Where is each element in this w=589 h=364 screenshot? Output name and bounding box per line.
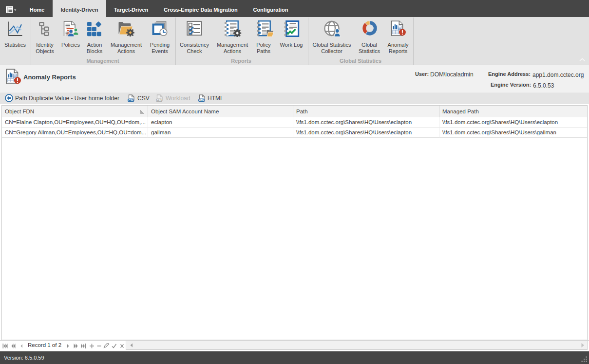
svg-text:CSV: CSV xyxy=(157,99,162,102)
svg-text:CSV: CSV xyxy=(129,99,134,102)
svg-text:HTM: HTM xyxy=(199,99,204,102)
